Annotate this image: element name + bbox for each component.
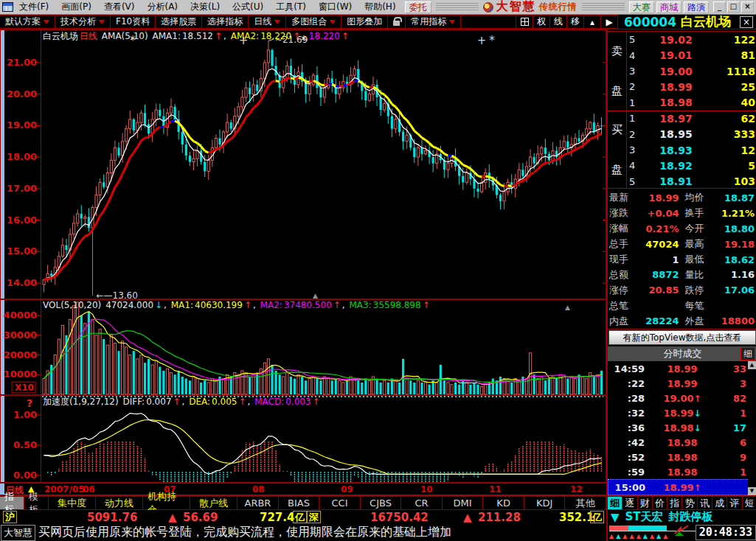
dropdown-arrow-icon[interactable]: ▼ [611, 511, 620, 524]
toolbar-button-F10资料[interactable]: F10资料 [110, 15, 156, 29]
tape-row[interactable]: :4218.986 [608, 435, 749, 450]
order-book-row[interactable]: 118.9840 [627, 95, 756, 111]
quote-tab-讯[interactable]: 讯 [697, 496, 712, 510]
quote-tab-细[interactable]: 细 [607, 496, 623, 510]
stats-row: 总额8872量比1.16 [609, 267, 756, 282]
volume-chart[interactable]: 40000300002000010000X10▲ [0, 299, 606, 395]
tape-row[interactable]: :3218.99↓1 [608, 405, 749, 420]
scroll-up-button[interactable]: ▲ [748, 361, 756, 369]
order-book-row[interactable]: 519.02122 [627, 32, 756, 47]
down-arrow-icon: ↓ [694, 423, 701, 433]
menu-item[interactable]: 工具(T) [274, 0, 308, 14]
minimize-button[interactable]: _ [713, 1, 726, 13]
order-book-row[interactable]: 418.925 [627, 158, 756, 173]
toolbar-button-默认方案[interactable]: 默认方案 [0, 15, 55, 29]
rights-icon[interactable]: 权 [533, 15, 550, 29]
titlebar-link[interactable]: 路演 [684, 1, 709, 13]
next-icon[interactable]: ▶ [600, 15, 618, 29]
tape-row[interactable]: 14:5918.9933 [608, 361, 749, 376]
sh-tag[interactable]: 沪 [3, 511, 17, 523]
restore-button[interactable]: □ [727, 1, 740, 13]
indicator-tab-BIAS[interactable]: BIAS [278, 496, 320, 510]
order-book-row[interactable]: 218.9925 [627, 79, 756, 94]
indicator-tab-CR[interactable]: CR [400, 496, 443, 510]
indicator-tab-机构持仓[interactable]: 机构持仓 [142, 496, 190, 510]
quote-tab-逐[interactable]: 逐 [622, 496, 637, 510]
menu-item[interactable]: 文件(F) [18, 0, 50, 14]
indicator-tab-模板[interactable]: 模板 [24, 496, 49, 510]
order-book-row[interactable]: 218.95333 [627, 126, 756, 142]
quote-tab-短[interactable]: 短 [742, 496, 756, 510]
sz-tag[interactable]: 深 [307, 511, 321, 523]
menu-item[interactable]: 分析(A) [145, 0, 179, 14]
toolbar-button-日线[interactable]: 日线 [248, 15, 286, 29]
order-book-row[interactable]: 318.9312 [627, 142, 756, 158]
order-book-row[interactable]: 419.0181 [627, 47, 756, 63]
toolbar-button-图形叠加[interactable]: 图形叠加 [341, 15, 388, 29]
date-axis[interactable]: 日线 ▲ 2007/0506070809101112 [0, 483, 606, 495]
close-chart-icon[interactable]: × [740, 16, 753, 28]
indicator-tab-KD[interactable]: KD [482, 496, 524, 510]
tape-time: :32 [611, 408, 645, 419]
indicator-tab-KDJ[interactable]: KDJ [524, 496, 566, 510]
tape-row[interactable]: :5218.989 [608, 450, 749, 464]
quote-tab-财[interactable]: 财 [637, 496, 653, 510]
tape-time: :28 [611, 393, 645, 404]
svg-text:21.00: 21.00 [7, 57, 37, 68]
titlebar-link[interactable]: 商城 [656, 1, 682, 13]
indicator-tab-其他[interactable]: 其他 [564, 496, 606, 510]
menu-item[interactable]: 公式(U) [231, 0, 265, 14]
line-icon[interactable]: 线 [549, 15, 567, 29]
st-stock-row[interactable]: ▼ ST天宏 封跌停板 [608, 510, 756, 524]
tape-row[interactable]: :2819.00↑82 [608, 391, 749, 405]
quote-tab-势[interactable]: 势 [682, 496, 697, 510]
tape-volume: 1 [720, 408, 746, 419]
toolbar-button-选择股票[interactable]: 选择股票 [155, 15, 202, 29]
chevron-down-icon [99, 20, 105, 24]
menu-item[interactable]: 帮助(H) [363, 0, 397, 14]
indicator-tab-动力线[interactable]: 动力线 [95, 496, 143, 510]
macd-pane[interactable]: 加速度(1,9,27,12) DIFF:0.007↑, DEA:0.005↑, … [0, 395, 606, 483]
close-button[interactable]: × [741, 1, 754, 13]
quote-tab-评[interactable]: 评 [726, 496, 742, 510]
lock-icon[interactable] [387, 15, 406, 29]
indicator-tab-散户线[interactable]: 散户线 [190, 496, 237, 510]
menu-item[interactable]: 查看(V) [103, 0, 136, 14]
indicator-tab-DMI[interactable]: DMI [442, 496, 484, 510]
indicator-tab-CCI[interactable]: CCI [319, 496, 361, 510]
quote-tab-成[interactable]: 成 [712, 496, 727, 510]
order-book-row[interactable]: 518.91103 [627, 174, 756, 189]
menu-item[interactable]: 决策(L) [189, 0, 221, 14]
panel-up-icon[interactable]: ▴ [583, 15, 601, 29]
toolbar-button-多图组合[interactable]: 多图组合 [285, 15, 341, 29]
candlestick-pane[interactable]: 白云机场日线 AMA(5,10) AMA1:18.512↑, AMA2:18.2… [0, 29, 606, 299]
menu-item[interactable]: 画面(P) [60, 0, 93, 14]
indicator-tab-ARBR[interactable]: ARBR [237, 496, 279, 510]
quote-tab-价[interactable]: 价 [652, 496, 667, 510]
tape-row[interactable]: :5918.981 [608, 464, 749, 479]
move-icon[interactable]: 移 [566, 15, 584, 29]
order-book-row[interactable]: 118.9762 [627, 111, 756, 126]
toolbar-button-选择指标[interactable]: 选择指标 [201, 15, 249, 29]
tape-row[interactable]: :3618.98↓17 [608, 420, 749, 435]
tape-row[interactable]: :2218.993 [608, 376, 749, 391]
toolbar-button-技术分析[interactable]: 技术分析 [55, 15, 111, 29]
tape-detail-button[interactable]: 细 [741, 347, 755, 360]
indicator-tab-指标[interactable]: 指标 [0, 496, 24, 510]
indicator-tab-集中度[interactable]: 集中度 [48, 496, 96, 510]
candlestick-chart[interactable]: 21.0020.0019.0018.0017.0016.0015.0014.00… [0, 29, 606, 299]
grid-icon[interactable] [516, 15, 533, 29]
topview-banner-button[interactable]: 有新的TopView数据,点击查看 [608, 330, 756, 345]
menu-item[interactable]: 窗口(W) [317, 0, 353, 14]
stat-label: 均价 [685, 191, 715, 204]
volume-pane[interactable]: VOL(5,10,20) 47024.000↓, MA1:40630.199↑,… [0, 299, 606, 395]
indicator-tab-CJBS[interactable]: CJBS [360, 496, 402, 510]
quote-tab-指[interactable]: 指 [667, 496, 682, 510]
weituo-button[interactable]: 委托 [405, 1, 431, 13]
titlebar-link[interactable]: 大赛 [629, 1, 654, 13]
scroll-down-button[interactable]: ▼ [748, 487, 756, 495]
tape-selected-row[interactable]: 15:00 18.99↑ [608, 479, 749, 495]
order-book-row[interactable]: 319.001118 [627, 63, 756, 79]
toolbar-button-常用指标[interactable]: 常用指标 [405, 15, 461, 29]
tape-scrollbar[interactable]: ▲ ▼ [748, 361, 756, 495]
